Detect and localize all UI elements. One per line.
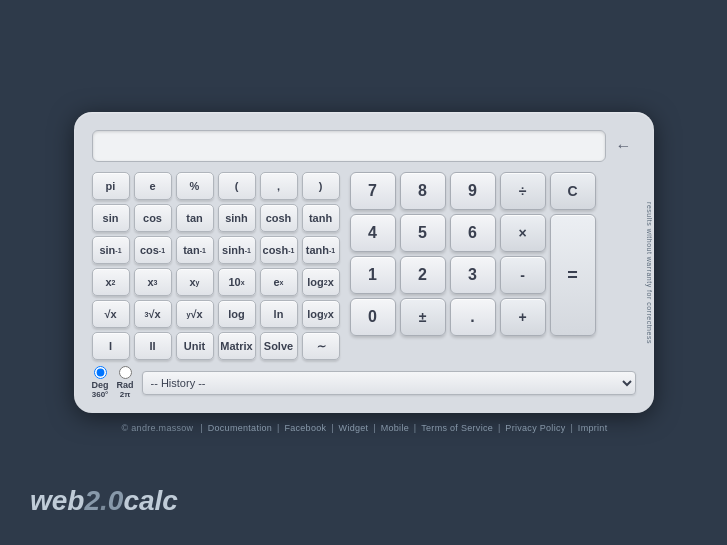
footer-mobile[interactable]: Mobile [381,423,409,433]
footer-sep-1: | [200,423,205,433]
footer-tos[interactable]: Terms of Service [421,423,493,433]
btn-5[interactable]: 5 [400,214,446,252]
asinh-button[interactable]: sinh-1 [218,236,256,264]
btn-dot[interactable]: . [450,298,496,336]
btn-equals[interactable]: = [550,214,596,336]
btn-mul[interactable]: × [500,214,546,252]
btn-add[interactable]: + [500,298,546,336]
I-button[interactable]: I [92,332,130,360]
btn-div[interactable]: ÷ [500,172,546,210]
display-row: ← [92,130,636,162]
btn-clear[interactable]: C [550,172,596,210]
footer-widget[interactable]: Widget [339,423,369,433]
numpad-mid-left: 4 5 6 × 1 2 3 - 0 ± . + [350,214,546,336]
footer-facebook[interactable]: Facebook [284,423,326,433]
acosh-button[interactable]: cosh-1 [260,236,298,264]
rad-label: Rad [117,380,134,390]
xy-button[interactable]: xy [176,268,214,296]
footer-imprint[interactable]: Imprint [578,423,608,433]
brand-2: 2 [84,485,100,516]
cbrt-button[interactable]: 3√x [134,300,172,328]
10x-button[interactable]: 10x [218,268,256,296]
rparen-button[interactable]: ) [302,172,340,200]
left-panel: pi e % ( , ) sin cos tan sinh cosh tanh … [92,172,340,360]
footer-sep-2: | [277,423,282,433]
e-button[interactable]: e [134,172,172,200]
tan-button[interactable]: tan [176,204,214,232]
tanh-button[interactable]: tanh [302,204,340,232]
log-button[interactable]: log [218,300,256,328]
btn-1[interactable]: 1 [350,256,396,294]
x2-button[interactable]: x2 [92,268,130,296]
sqrt-button[interactable]: √x [92,300,130,328]
btn-6[interactable]: 6 [450,214,496,252]
deg-sub: 360° [92,390,109,399]
btn-7[interactable]: 7 [350,172,396,210]
btn-sub[interactable]: - [500,256,546,294]
display-input[interactable] [92,130,606,162]
acos-button[interactable]: cos-1 [134,236,172,264]
comma-button[interactable]: , [260,172,298,200]
brand-calc: calc [123,485,178,516]
sin-button[interactable]: sin [92,204,130,232]
btn-row-1: pi e % ( , ) [92,172,340,200]
logyx-button[interactable]: logyx [302,300,340,328]
btn-row-2: sin cos tan sinh cosh tanh [92,204,340,232]
btn-row-5: √x 3√x y√x log ln logyx [92,300,340,328]
numpad-row-4: 0 ± . + [350,298,546,336]
deg-radio[interactable] [94,366,107,379]
calculator: ← pi e % ( , ) sin cos tan sinh cosh tan… [74,112,654,413]
numpad-mid: 4 5 6 × 1 2 3 - 0 ± . + [350,214,596,336]
percent-button[interactable]: % [176,172,214,200]
footer-sep-4: | [373,423,378,433]
atanh-button[interactable]: tanh-1 [302,236,340,264]
brand-web: web [30,485,84,516]
log2x-button[interactable]: log2x [302,268,340,296]
backspace-button[interactable]: ← [612,135,636,157]
btn-4[interactable]: 4 [350,214,396,252]
btn-2[interactable]: 2 [400,256,446,294]
asin-button[interactable]: sin-1 [92,236,130,264]
numpad-row-1: 7 8 9 ÷ C [350,172,596,210]
deg-radio-label[interactable]: Deg 360° [92,366,109,399]
footer-privacy[interactable]: Privacy Policy [505,423,565,433]
numpad-row-3: 1 2 3 - [350,256,546,294]
unit-button[interactable]: Unit [176,332,214,360]
ex-button[interactable]: ex [260,268,298,296]
atan-button[interactable]: tan-1 [176,236,214,264]
footer-sep-6: | [498,423,503,433]
brand: web2.0calc [30,485,178,517]
btn-3[interactable]: 3 [450,256,496,294]
main-area: pi e % ( , ) sin cos tan sinh cosh tanh … [92,172,636,360]
II-button[interactable]: II [134,332,172,360]
footer-documentation[interactable]: Documentation [208,423,272,433]
footer-sep-3: | [331,423,336,433]
rad-sub: 2π [120,390,131,399]
numpad-row-2: 4 5 6 × [350,214,546,252]
rad-radio-label[interactable]: Rad 2π [117,366,134,399]
btn-0[interactable]: 0 [350,298,396,336]
btn-row-6: I II Unit Matrix Solve ∼ [92,332,340,360]
cos-button[interactable]: cos [134,204,172,232]
approx-button[interactable]: ∼ [302,332,340,360]
btn-9[interactable]: 9 [450,172,496,210]
btn-plusminus[interactable]: ± [400,298,446,336]
footer-sep-7: | [570,423,575,433]
matrix-button[interactable]: Matrix [218,332,256,360]
footer-copyright: © andre.massow [122,423,194,433]
sinh-button[interactable]: sinh [218,204,256,232]
lparen-button[interactable]: ( [218,172,256,200]
btn-row-3: sin-1 cos-1 tan-1 sinh-1 cosh-1 tanh-1 [92,236,340,264]
pi-button[interactable]: pi [92,172,130,200]
footer-links: © andre.massow | Documentation | Faceboo… [120,423,608,433]
solve-button[interactable]: Solve [260,332,298,360]
rad-radio[interactable] [119,366,132,379]
cosh-button[interactable]: cosh [260,204,298,232]
x3-button[interactable]: x3 [134,268,172,296]
btn-row-4: x2 x3 xy 10x ex log2x [92,268,340,296]
btn-8[interactable]: 8 [400,172,446,210]
yrt-button[interactable]: y√x [176,300,214,328]
ln-button[interactable]: ln [260,300,298,328]
brand-0: 0 [108,485,124,516]
history-select[interactable]: -- History -- [142,371,636,395]
